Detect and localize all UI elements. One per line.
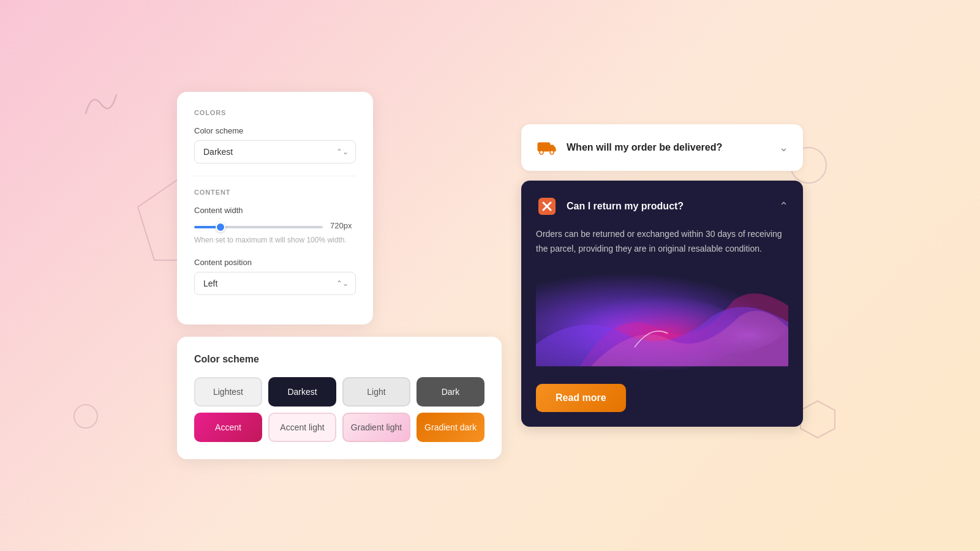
colors-section-title: COLORS	[194, 109, 356, 116]
divider	[194, 176, 356, 176]
chevron-up-icon: ⌃	[779, 200, 788, 213]
color-btn-gradient-light[interactable]: Gradient light	[342, 413, 410, 442]
color-scheme-grid: Lightest Darkest Light Dark Accent Accen…	[194, 377, 484, 442]
faq-return-item: Can I return my product? ⌃ Orders can be…	[521, 181, 803, 427]
color-scheme-panel-title: Color scheme	[194, 354, 484, 365]
color-btn-dark[interactable]: Dark	[417, 377, 484, 407]
content-width-label: Content width	[194, 206, 356, 215]
content-width-slider[interactable]	[194, 226, 323, 228]
faq-delivery-question: When will my order be delivered?	[567, 142, 722, 153]
x-mark-icon	[536, 195, 558, 217]
svg-point-3	[540, 151, 543, 154]
color-btn-accent-light[interactable]: Accent light	[268, 413, 336, 442]
chevron-down-icon: ⌄	[779, 141, 788, 154]
color-scheme-label: Color scheme	[194, 126, 356, 135]
content-width-value: 720px	[330, 221, 356, 230]
color-btn-gradient-dark[interactable]: Gradient dark	[417, 413, 484, 442]
read-more-button[interactable]: Read more	[536, 384, 626, 412]
faq-delivery-left: When will my order be delivered?	[536, 137, 722, 159]
color-scheme-select[interactable]: Darkest Lightest Light Dark Accent Gradi…	[194, 140, 356, 163]
faq-return-header: Can I return my product? ⌃	[536, 195, 788, 217]
content-section-title: CONTENT	[194, 189, 356, 196]
faq-delivery-item[interactable]: When will my order be delivered? ⌄	[521, 124, 803, 171]
content-position-label: Content position	[194, 258, 356, 267]
svg-point-4	[550, 151, 554, 154]
faq-return-left: Can I return my product?	[536, 195, 684, 217]
abstract-image	[536, 268, 788, 372]
color-scheme-panel: Color scheme Lightest Darkest Light Dark…	[177, 337, 502, 459]
faq-return-question: Can I return my product?	[567, 201, 684, 212]
color-btn-darkest[interactable]: Darkest	[268, 377, 336, 407]
color-btn-accent[interactable]: Accent	[194, 413, 262, 442]
delivery-truck-icon	[536, 137, 558, 159]
color-btn-lightest[interactable]: Lightest	[194, 377, 262, 407]
content-position-select[interactable]: Left Center Right	[194, 272, 356, 295]
color-btn-light[interactable]: Light	[342, 377, 410, 407]
svg-rect-2	[538, 143, 550, 151]
content-width-hint: When set to maximum it will show 100% wi…	[194, 234, 356, 246]
faq-return-answer: Orders can be returned or exchanged with…	[536, 227, 788, 257]
colors-panel: COLORS Color scheme Darkest Lightest Lig…	[177, 92, 373, 324]
